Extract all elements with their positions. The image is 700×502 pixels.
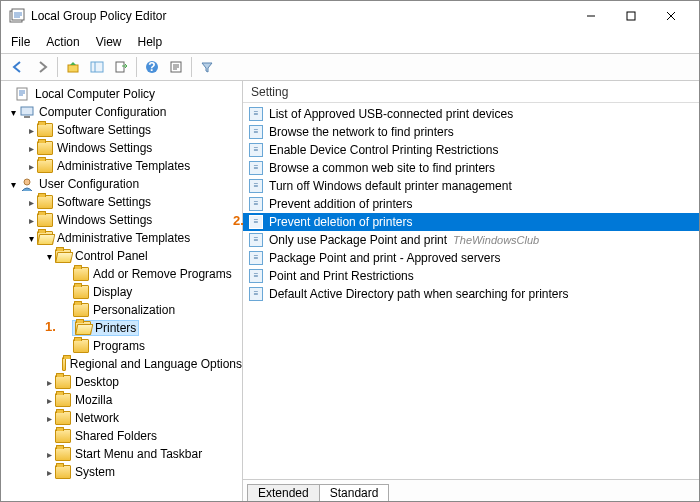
tree-label: Software Settings: [57, 195, 151, 209]
setting-item[interactable]: ≡Turn off Windows default printer manage…: [243, 177, 699, 195]
tree-uc-software[interactable]: ▸Software Settings: [1, 193, 242, 211]
tab-standard[interactable]: Standard: [319, 484, 390, 501]
tree-cc-software[interactable]: ▸Software Settings: [1, 121, 242, 139]
tree-control-panel[interactable]: ▾Control Panel: [1, 247, 242, 265]
chevron-right-icon[interactable]: ▸: [43, 467, 55, 478]
tree-label: Network: [75, 411, 119, 425]
tree-label: Windows Settings: [57, 141, 152, 155]
svg-rect-3: [627, 12, 635, 20]
setting-icon: ≡: [249, 161, 263, 175]
view-tabs: Extended Standard: [243, 479, 699, 501]
tree-label: Personalization: [93, 303, 175, 317]
back-button[interactable]: [7, 56, 29, 78]
tree-network[interactable]: ▸Network: [1, 409, 242, 427]
settings-list-pane: Setting 2. ≡List of Approved USB-connect…: [243, 81, 699, 501]
tree-user-configuration[interactable]: ▾User Configuration: [1, 175, 242, 193]
chevron-down-icon[interactable]: ▾: [25, 233, 37, 244]
setting-item[interactable]: ≡List of Approved USB-connected print de…: [243, 105, 699, 123]
tree-label: System: [75, 465, 115, 479]
maximize-button[interactable]: [611, 2, 651, 30]
folder-icon: [37, 159, 53, 173]
tree-cp-addremove[interactable]: Add or Remove Programs: [1, 265, 242, 283]
chevron-right-icon[interactable]: ▸: [25, 125, 37, 136]
column-header-setting[interactable]: Setting: [243, 81, 699, 103]
setting-item[interactable]: ≡Browse a common web site to find printe…: [243, 159, 699, 177]
nav-tree[interactable]: Local Computer Policy ▾Computer Configur…: [1, 81, 243, 501]
svg-text:?: ?: [148, 60, 155, 74]
folder-open-icon: [55, 249, 71, 263]
tree-shared-folders[interactable]: Shared Folders: [1, 427, 242, 445]
setting-label: Browse the network to find printers: [269, 125, 454, 139]
tree-root[interactable]: Local Computer Policy: [1, 85, 242, 103]
chevron-down-icon[interactable]: ▾: [43, 251, 55, 262]
tree-system[interactable]: ▸System: [1, 463, 242, 481]
tree-cc-windows[interactable]: ▸Windows Settings: [1, 139, 242, 157]
tab-extended[interactable]: Extended: [247, 484, 320, 501]
forward-button[interactable]: [31, 56, 53, 78]
properties-button[interactable]: [165, 56, 187, 78]
setting-item[interactable]: ≡Package Point and print - Approved serv…: [243, 249, 699, 267]
setting-icon: ≡: [249, 215, 263, 229]
callout-1: 1.: [45, 319, 56, 334]
settings-list[interactable]: 2. ≡List of Approved USB-connected print…: [243, 103, 699, 479]
setting-item[interactable]: ≡Default Active Directory path when sear…: [243, 285, 699, 303]
close-button[interactable]: [651, 2, 691, 30]
tree-startmenu[interactable]: ▸Start Menu and Taskbar: [1, 445, 242, 463]
setting-icon: ≡: [249, 107, 263, 121]
chevron-right-icon[interactable]: ▸: [25, 143, 37, 154]
watermark: TheWindowsClub: [453, 234, 539, 246]
tree-computer-configuration[interactable]: ▾Computer Configuration: [1, 103, 242, 121]
chevron-right-icon[interactable]: ▸: [25, 197, 37, 208]
help-button[interactable]: ?: [141, 56, 163, 78]
tree-cp-printers[interactable]: 1. Printers: [1, 319, 242, 337]
chevron-right-icon[interactable]: ▸: [43, 449, 55, 460]
setting-item-selected[interactable]: ≡Prevent deletion of printers: [243, 213, 699, 231]
tree-cp-display[interactable]: Display: [1, 283, 242, 301]
svg-rect-6: [68, 65, 78, 72]
chevron-right-icon[interactable]: ▸: [25, 161, 37, 172]
tree-uc-windows[interactable]: ▸Windows Settings: [1, 211, 242, 229]
minimize-button[interactable]: [571, 2, 611, 30]
chevron-right-icon[interactable]: ▸: [25, 215, 37, 226]
content-area: Local Computer Policy ▾Computer Configur…: [1, 81, 699, 501]
setting-label: Turn off Windows default printer managem…: [269, 179, 512, 193]
setting-icon: ≡: [249, 269, 263, 283]
setting-item[interactable]: ≡Prevent addition of printers: [243, 195, 699, 213]
tree-mozilla[interactable]: ▸Mozilla: [1, 391, 242, 409]
menu-view[interactable]: View: [96, 35, 122, 49]
tree-cc-admin[interactable]: ▸Administrative Templates: [1, 157, 242, 175]
tree-cp-personalization[interactable]: Personalization: [1, 301, 242, 319]
menu-help[interactable]: Help: [138, 35, 163, 49]
setting-item[interactable]: ≡Browse the network to find printers: [243, 123, 699, 141]
tree-label: Mozilla: [75, 393, 112, 407]
tree-uc-admin[interactable]: ▾Administrative Templates: [1, 229, 242, 247]
tree-label: Local Computer Policy: [35, 87, 155, 101]
setting-icon: ≡: [249, 143, 263, 157]
chevron-right-icon[interactable]: ▸: [43, 413, 55, 424]
folder-open-icon: [37, 231, 53, 245]
filter-button[interactable]: [196, 56, 218, 78]
setting-item[interactable]: ≡Point and Print Restrictions: [243, 267, 699, 285]
chevron-down-icon[interactable]: ▾: [7, 179, 19, 190]
menu-action[interactable]: Action: [46, 35, 79, 49]
chevron-right-icon[interactable]: ▸: [43, 377, 55, 388]
setting-item[interactable]: ≡Only use Package Point and print TheWin…: [243, 231, 699, 249]
menu-file[interactable]: File: [11, 35, 30, 49]
svg-rect-7: [91, 62, 103, 72]
export-button[interactable]: [110, 56, 132, 78]
setting-label: Prevent addition of printers: [269, 197, 412, 211]
folder-icon: [55, 375, 71, 389]
setting-label: Enable Device Control Printing Restricti…: [269, 143, 498, 157]
show-hide-tree-button[interactable]: [86, 56, 108, 78]
tree-desktop[interactable]: ▸Desktop: [1, 373, 242, 391]
chevron-down-icon[interactable]: ▾: [7, 107, 19, 118]
tree-cp-programs[interactable]: Programs: [1, 337, 242, 355]
setting-icon: ≡: [249, 125, 263, 139]
svg-point-19: [24, 179, 30, 185]
svg-rect-16: [17, 88, 27, 100]
tree-cp-regional[interactable]: Regional and Language Options: [1, 355, 242, 373]
chevron-right-icon[interactable]: ▸: [43, 395, 55, 406]
up-button[interactable]: [62, 56, 84, 78]
setting-item[interactable]: ≡Enable Device Control Printing Restrict…: [243, 141, 699, 159]
setting-icon: ≡: [249, 233, 263, 247]
